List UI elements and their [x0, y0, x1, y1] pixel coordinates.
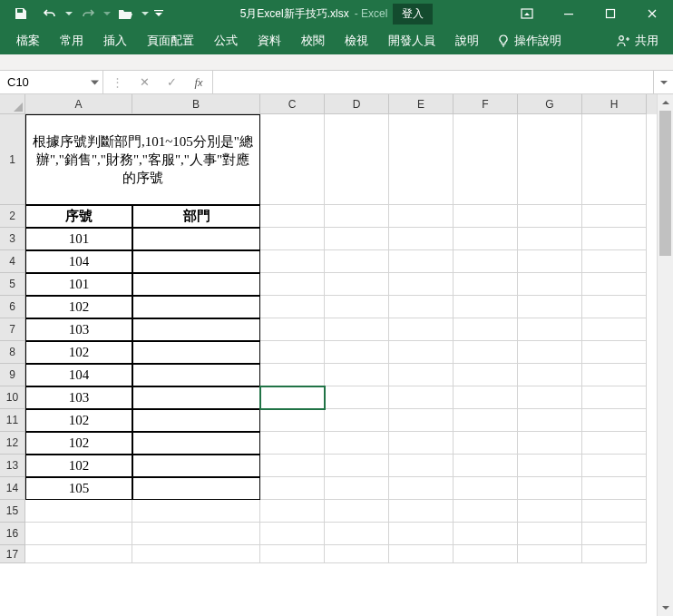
- cell[interactable]: [582, 386, 647, 409]
- scroll-up-button[interactable]: [658, 94, 673, 111]
- cell[interactable]: [518, 432, 582, 455]
- cell[interactable]: [132, 409, 260, 432]
- cell[interactable]: [132, 273, 260, 296]
- signin-button[interactable]: 登入: [393, 4, 433, 24]
- insert-function-button[interactable]: fx: [185, 71, 212, 93]
- column-header[interactable]: E: [389, 94, 454, 114]
- cell[interactable]: [518, 228, 582, 250]
- cell[interactable]: [454, 296, 518, 318]
- cell[interactable]: [582, 341, 647, 364]
- cell[interactable]: [454, 386, 518, 409]
- cell[interactable]: [260, 205, 325, 228]
- cell[interactable]: [325, 364, 389, 386]
- cell[interactable]: [582, 409, 647, 432]
- cell[interactable]: [518, 386, 582, 409]
- cell[interactable]: [260, 250, 325, 273]
- cell[interactable]: [25, 545, 132, 563]
- save-button[interactable]: [7, 2, 34, 25]
- cell[interactable]: [454, 455, 518, 477]
- share-button[interactable]: 共用: [609, 27, 666, 54]
- cell[interactable]: [132, 523, 260, 545]
- cell[interactable]: [325, 273, 389, 296]
- cell[interactable]: [389, 296, 454, 318]
- row-header[interactable]: 9: [0, 364, 25, 386]
- cell[interactable]: [260, 228, 325, 250]
- cell[interactable]: [132, 228, 260, 250]
- cell[interactable]: [132, 432, 260, 455]
- cell[interactable]: [389, 409, 454, 432]
- cell[interactable]: [260, 432, 325, 455]
- cell[interactable]: [389, 114, 454, 205]
- cell[interactable]: [454, 273, 518, 296]
- maximize-button[interactable]: [590, 0, 631, 27]
- cell[interactable]: [325, 477, 389, 500]
- cell[interactable]: 103: [25, 318, 132, 341]
- cell[interactable]: [132, 364, 260, 386]
- cell[interactable]: [389, 341, 454, 364]
- cell[interactable]: [325, 228, 389, 250]
- cell[interactable]: [325, 500, 389, 523]
- cell[interactable]: [454, 114, 518, 205]
- chevron-down-icon[interactable]: [65, 10, 73, 17]
- cell[interactable]: 序號: [25, 205, 132, 228]
- row-header[interactable]: 11: [0, 409, 25, 432]
- cell[interactable]: [325, 432, 389, 455]
- cell[interactable]: [389, 432, 454, 455]
- cell[interactable]: [325, 341, 389, 364]
- column-header[interactable]: G: [518, 94, 582, 114]
- cell[interactable]: [454, 228, 518, 250]
- row-header[interactable]: 1: [0, 114, 25, 205]
- cell[interactable]: [518, 205, 582, 228]
- cell[interactable]: [389, 250, 454, 273]
- vertical-scrollbar[interactable]: [657, 94, 673, 616]
- cell[interactable]: [325, 409, 389, 432]
- formula-expand-button[interactable]: [653, 71, 673, 93]
- cell[interactable]: [389, 205, 454, 228]
- cell[interactable]: [389, 228, 454, 250]
- cell[interactable]: [454, 364, 518, 386]
- cell[interactable]: [389, 455, 454, 477]
- row-header[interactable]: 14: [0, 477, 25, 500]
- cell[interactable]: [325, 455, 389, 477]
- cell[interactable]: [132, 477, 260, 500]
- redo-button[interactable]: [74, 2, 102, 25]
- cancel-formula-button[interactable]: ✕: [131, 71, 158, 93]
- tab-page-layout[interactable]: 頁面配置: [138, 27, 203, 54]
- open-button[interactable]: [112, 2, 140, 25]
- close-button[interactable]: [631, 0, 673, 27]
- column-header[interactable]: H: [582, 94, 647, 114]
- cell[interactable]: [582, 432, 647, 455]
- cell[interactable]: [518, 523, 582, 545]
- column-header[interactable]: A: [25, 94, 132, 114]
- row-header[interactable]: 5: [0, 273, 25, 296]
- cell[interactable]: [325, 545, 389, 563]
- tab-data[interactable]: 資料: [249, 27, 290, 54]
- cell[interactable]: [518, 500, 582, 523]
- row-header[interactable]: 10: [0, 386, 25, 409]
- cell[interactable]: [260, 409, 325, 432]
- cell[interactable]: [582, 273, 647, 296]
- chevron-down-icon[interactable]: [141, 10, 149, 17]
- chevron-down-icon[interactable]: [103, 10, 111, 17]
- select-all-corner[interactable]: [0, 94, 25, 114]
- cell[interactable]: [454, 545, 518, 563]
- cell[interactable]: [260, 477, 325, 500]
- cell[interactable]: [389, 364, 454, 386]
- cell[interactable]: [132, 545, 260, 563]
- ribbon-display-button[interactable]: [506, 0, 548, 27]
- cell[interactable]: [454, 523, 518, 545]
- merged-title-cell[interactable]: 根據序號判斷部門,101~105分別是"總辦","銷售","財務","客服","…: [25, 114, 260, 205]
- cell[interactable]: [132, 296, 260, 318]
- cell[interactable]: [454, 205, 518, 228]
- cell[interactable]: 104: [25, 364, 132, 386]
- cell[interactable]: 102: [25, 432, 132, 455]
- row-header[interactable]: 2: [0, 205, 25, 228]
- row-header[interactable]: 15: [0, 500, 25, 523]
- cell[interactable]: [454, 409, 518, 432]
- cell[interactable]: 102: [25, 455, 132, 477]
- cell[interactable]: [582, 364, 647, 386]
- cell[interactable]: [582, 250, 647, 273]
- row-header[interactable]: 17: [0, 545, 25, 563]
- cell[interactable]: [518, 409, 582, 432]
- cell[interactable]: [454, 341, 518, 364]
